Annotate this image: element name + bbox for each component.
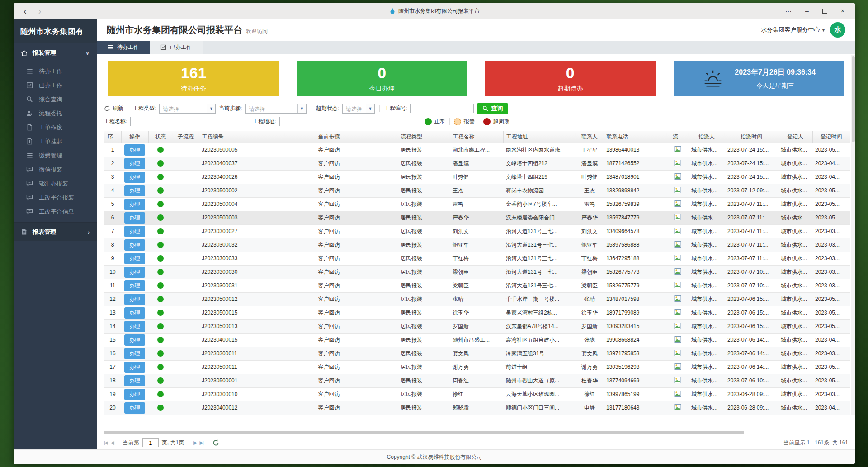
table-row[interactable]: 5办理J20230500004客户回访居民报装雷鸣金香韵小区7号楼车...雷鸣1… [104,197,850,211]
vertical-scrollbar[interactable] [851,55,855,415]
refresh-button[interactable]: 刷新 [104,105,123,112]
table-row[interactable]: 14办理J20230500013客户回访居民报装罗国新汉东星都A78号楼14..… [104,319,850,333]
table-row[interactable]: 11办理J20230300031客户回访居民报装梁朝臣沿河大道131号三七...… [104,279,850,292]
table-row[interactable]: 12办理J20230500012客户回访居民报装张晴千千水岸一期一号楼...张晴… [104,292,850,306]
table-row[interactable]: 1办理J20230500005客户回访居民报装湖北南鑫工程...两水沟社区内两水… [104,143,850,157]
page-number-input[interactable] [142,438,159,447]
current-step-select[interactable]: 请选择▼ [245,104,307,114]
search-button[interactable]: 查询 [477,103,508,114]
flow-chart-icon[interactable] [674,159,681,168]
sidebar-item-done-work[interactable]: 已办工作 [14,78,97,92]
flow-chart-icon[interactable] [674,186,681,195]
cell-reg-time: 2023-03... [812,387,850,401]
sidebar-item-todo-work[interactable]: 待办工作 [14,64,97,78]
flow-chart-icon[interactable] [674,268,681,276]
table-row[interactable]: 4办理J20230500002客户回访居民报装王杰蒋岗丰农物流园王杰133298… [104,184,850,197]
tab-todo-work[interactable]: 待办工作 [97,41,150,54]
sidebar-item-workorder-void[interactable]: 工单作废 [14,120,97,134]
flow-chart-icon[interactable] [674,349,681,358]
table-row[interactable]: 9办理J20230300033客户回访居民报装丁红梅沿河大道131号三七...丁… [104,252,850,265]
overdue-status-select[interactable]: 请选择▼ [342,104,375,114]
sidebar-item-ehuiban-install[interactable]: 鄂汇办报装 [14,176,97,191]
sidebar-item-wechat-install[interactable]: 微信报装 [14,162,97,176]
table-row[interactable]: 10办理J20230300030客户回访居民报装梁朝臣沿河大道131号三七...… [104,265,850,279]
sidebar-item-baozhuang-guanli[interactable]: 报装管理 ∨ [14,43,97,62]
flow-chart-icon[interactable] [674,281,681,290]
horizontal-scrollbar[interactable] [104,431,848,435]
handle-button[interactable]: 办理 [124,226,145,237]
handle-button[interactable]: 办理 [124,172,145,183]
handle-button[interactable]: 办理 [124,253,145,264]
next-page-button[interactable]: ▶ [193,440,196,446]
table-row[interactable]: 17办理J20230500011客户回访居民报装谢万勇前进十组谢万勇130351… [104,360,850,374]
back-icon[interactable]: ‹ [24,6,27,16]
sidebar-item-comprehensive-query[interactable]: 综合查询 [14,92,97,106]
sidebar-item-gongai-platform-install[interactable]: 工改平台报装 [14,191,97,205]
handle-button[interactable]: 办理 [124,402,145,414]
table-row[interactable]: 15办理J20230400015客户回访居民报装随州市昌盛工...襄湾社区五组自… [104,333,850,347]
project-address-input[interactable] [279,117,415,126]
handle-button[interactable]: 办理 [124,307,145,319]
table-row[interactable]: 20办理J20230400012客户回访居民报装郑晓霜顺德门小区门口三间...申… [104,401,850,415]
sidebar-item-payment-management[interactable]: 缴费管理 [14,148,97,162]
forward-icon[interactable]: › [38,6,42,16]
handle-button[interactable]: 办理 [124,239,145,251]
handle-button[interactable]: 办理 [124,389,145,400]
flow-chart-icon[interactable] [674,227,681,236]
project-name-input[interactable] [130,117,240,126]
prev-page-button[interactable]: ◀ [110,440,113,446]
flow-chart-icon[interactable] [674,173,681,181]
reload-icon[interactable] [212,439,219,446]
tab-done-work[interactable]: 已办工作 [150,41,203,54]
table-row[interactable]: 6办理J20230500003客户回访居民报装严春华汉东楼居委会阳合门严春华13… [104,211,850,224]
handle-button[interactable]: 办理 [124,267,145,278]
table-row[interactable]: 3办理J20230400026客户回访居民报装叶秀健文峰塔十四组219叶秀健13… [104,170,850,184]
user-menu[interactable]: 水务集团客户服务中心 ▼ [761,26,826,34]
flow-chart-icon[interactable] [674,241,681,249]
handle-button[interactable]: 办理 [124,362,145,373]
last-page-button[interactable]: ▶| [200,440,203,446]
flow-chart-icon[interactable] [674,214,681,222]
more-icon[interactable]: ··· [785,7,792,14]
table-row[interactable]: 2办理J20230400037客户回访居民报装潘显漠文峰塔十四组212潘显漠18… [104,157,850,170]
table-row[interactable]: 8办理J20230300032客户回访居民报装鲍亚军沿河大道131号三七...鲍… [104,238,850,252]
handle-button[interactable]: 办理 [124,294,145,305]
table-row[interactable]: 16办理J20230300011客户回访居民报装龚文凤冷家湾五组31号龚文凤13… [104,347,850,360]
flow-chart-icon[interactable] [674,322,681,331]
table-row[interactable]: 7办理J20230300027客户回访居民报装刘洪文沿河大道131号三七...刘… [104,224,850,238]
flow-chart-icon[interactable] [674,390,681,399]
avatar[interactable]: 水 [830,22,845,38]
minimize-icon[interactable]: – [805,7,809,14]
handle-button[interactable]: 办理 [124,280,145,291]
sidebar-item-report-management[interactable]: 报表管理 › [14,222,97,241]
table-row[interactable]: 19办理J20230300010客户回访居民报装徐红云海天地小区玫瑰园...徐红… [104,387,850,401]
project-type-select[interactable]: 请选择▼ [159,104,216,114]
table-row[interactable]: 18办理J20230500001客户回访居民报装周春红随州市烈山大道（原...杜… [104,374,850,387]
table-row[interactable]: 13办理J20230500015客户回访居民报装徐玉华吴家老湾村三组2栋...徐… [104,306,850,319]
handle-button[interactable]: 办理 [124,199,145,210]
project-code-input[interactable] [410,104,474,113]
close-icon[interactable]: × [841,7,844,14]
handle-button[interactable]: 办理 [124,321,145,332]
sidebar-item-process-delegate[interactable]: 流程委托 [14,106,97,120]
flow-chart-icon[interactable] [674,254,681,263]
maximize-icon[interactable] [822,9,827,14]
handle-button[interactable]: 办理 [124,348,145,359]
handle-button[interactable]: 办理 [124,185,145,196]
flow-chart-icon[interactable] [674,376,681,385]
handle-button[interactable]: 办理 [124,158,145,169]
handle-button[interactable]: 办理 [124,375,145,386]
flow-chart-icon[interactable] [674,363,681,372]
flow-chart-icon[interactable] [674,200,681,209]
flow-chart-icon[interactable] [674,336,681,344]
flow-chart-icon[interactable] [674,404,681,412]
flow-chart-icon[interactable] [674,295,681,304]
flow-chart-icon[interactable] [674,146,681,154]
flow-chart-icon[interactable] [674,309,681,317]
handle-button[interactable]: 办理 [124,144,145,156]
handle-button[interactable]: 办理 [124,212,145,224]
sidebar-item-gongai-platform-info[interactable]: 工改平台信息 [14,205,97,219]
sidebar-item-workorder-suspend[interactable]: 工单挂起 [14,134,97,148]
handle-button[interactable]: 办理 [124,334,145,346]
first-page-button[interactable]: |◀ [104,440,107,446]
